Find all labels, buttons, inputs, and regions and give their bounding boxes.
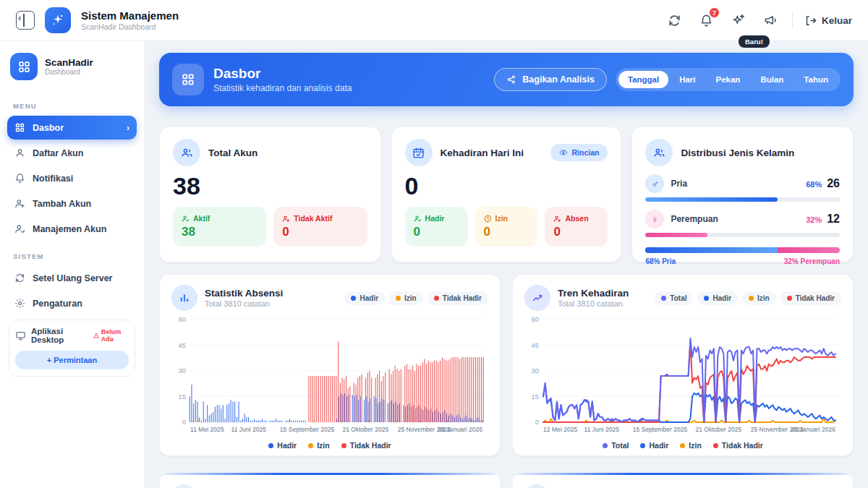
bottom-card-left [159,472,501,488]
sidebar-item-notifikasi[interactable]: Notifikasi [7,166,137,190]
sidebar-item-label: Pengaturan [33,299,82,309]
user-x-icon [553,215,561,223]
kehadiran-line-chart: 01530456012 Mei 202511 Juni 202515 Septe… [524,314,841,437]
female-progress-track [645,233,840,237]
brand-name: ScanHadir [45,57,93,68]
filter-hari[interactable]: Hari [670,71,705,88]
sidebar-item-label: Daftar Akun [33,148,83,158]
svg-text:11 Juni 2025: 11 Juni 2025 [231,426,267,433]
svg-text:15: 15 [178,393,186,401]
svg-text:60: 60 [531,315,539,323]
sidebar-item-pengaturan[interactable]: Pengaturan [7,291,137,315]
users-icon [173,139,200,166]
share-analysis-label: Bagikan Analisis [522,74,595,85]
app-logo-icon [45,7,71,33]
svg-text:30: 30 [531,367,539,374]
female-progress-fill [645,233,707,237]
warning-icon [93,332,99,339]
new-feature-tooltip: Baru! [739,35,770,48]
legend-total: Total [655,291,693,305]
notifications-button[interactable]: 7 [697,10,717,30]
aktif-value: 38 [182,225,258,239]
hadir-value: 0 [414,225,459,239]
filter-tanggal[interactable]: Tanggal [618,71,668,88]
user-plus-icon [14,198,25,209]
card-icon-placeholder [524,484,549,488]
bottom-card-right [512,472,854,488]
request-button[interactable]: + Permintaan [15,351,129,369]
grid-icon [14,122,25,133]
legend-hadir: Hadir [344,291,385,305]
logout-icon [804,14,817,27]
sidebar-item-tambah-akun[interactable]: Tambah Akun [7,192,137,215]
svg-text:30: 30 [178,367,186,374]
bar-chart-icon [171,285,197,311]
chart-title: Tren Kehadiran [558,288,629,300]
menu-section-label: MENU [7,92,137,116]
filter-tahun[interactable]: Tahun [794,71,838,88]
sidebar: ScanHadir Dashboard MENU Dasbor › Daftar… [0,41,145,488]
eye-icon [559,148,568,157]
monitor-icon [15,330,26,341]
refresh-icon [14,273,25,283]
logout-button[interactable]: Keluar [804,14,852,27]
tren-kehadiran-card: Tren Kehadiran Total 3810 catatan Total … [512,274,854,456]
absen-subcard: Absen 0 [545,207,608,247]
sidebar-item-manajemen-akun[interactable]: Manajemen Akun [7,217,137,241]
absensi-bar-chart: 01530456011 Mei 202511 Juni 202515 Septe… [171,314,488,437]
absensi-bottom-legend: Hadir Izin Tidak Hadir [171,437,488,451]
calendar-check-icon [405,139,433,166]
sidebar-collapse-button[interactable] [16,11,35,30]
user-icon [14,147,25,158]
card-icon-placeholder [171,484,196,488]
sparkles-icon [731,13,746,27]
male-row: ♂ Pria 68% 26 [645,174,840,193]
sidebar-item-label: Setel Ulang Server [33,273,112,283]
gear-icon [14,298,25,309]
desktop-app-box: Aplikasi Desktop Belum Ada + Permintaan [9,320,135,377]
kehadiran-value: 0 [405,174,608,198]
filter-bulan[interactable]: Bulan [751,71,793,88]
sidebar-item-dasbor[interactable]: Dasbor › [7,116,137,140]
trend-up-icon [524,285,550,311]
sidebar-item-setel-ulang-server[interactable]: Setel Ulang Server [7,266,137,290]
female-count: 12 [827,213,840,226]
time-filter-group: Tanggal Hari Pekan Bulan Tahun [616,68,841,91]
app-subtitle: ScanHadir Dashboard [81,22,179,31]
clock-icon [484,215,492,223]
sidebar-brand: ScanHadir Dashboard [7,51,137,92]
svg-text:21 Oktober 2025: 21 Oktober 2025 [342,426,388,433]
gender-distribution-card: Distribusi Jenis Kelamin ♂ Pria 68% 26 ♀… [631,127,854,262]
sidebar-item-label: Tambah Akun [33,199,91,209]
sync-button[interactable] [665,10,685,30]
tidak-aktif-value: 0 [282,225,358,239]
rincian-button[interactable]: Rincian [550,144,608,161]
brand-qr-icon [10,53,38,80]
female-percent: 32% [806,215,822,224]
legend-izin: Izin [742,291,776,305]
page-title: Dasbor [213,66,352,82]
total-akun-value: 38 [173,174,367,198]
sidebar-item-daftar-akun[interactable]: Daftar Akun [7,141,137,165]
dashboard-banner: Dasbor Statistik kehadiran dan analisis … [159,53,854,106]
svg-text:20 Januari 2026: 20 Januari 2026 [438,426,482,433]
share-analysis-button[interactable]: Bagikan Analisis [494,68,607,91]
legend-tidak-hadir: Tidak Hadir [427,291,488,305]
male-percent: 68% [806,180,822,189]
svg-text:20 Januari 2026: 20 Januari 2026 [791,426,835,433]
izin-dot [396,296,401,301]
svg-text:12 Mei 2025: 12 Mei 2025 [543,426,578,433]
whats-new-button[interactable] [728,10,749,30]
legend-tidak-hadir: Tidak Hadir [780,291,841,305]
svg-text:15 September 2025: 15 September 2025 [633,426,688,433]
female-icon: ♀ [645,210,664,228]
chart-subtitle: Total 3810 catatan [558,299,629,308]
system-section-label: SISTEM [7,242,137,266]
app-header: Sistem Manajemen ScanHadir Dashboard 7 K… [0,0,868,41]
desktop-app-label: Aplikasi Desktop [31,327,87,344]
user-check-icon [414,215,422,223]
header-divider [792,12,793,28]
card-title: Kehadiran Hari Ini [441,147,524,158]
filter-pekan[interactable]: Pekan [707,71,750,88]
announcements-button[interactable] [760,10,780,30]
